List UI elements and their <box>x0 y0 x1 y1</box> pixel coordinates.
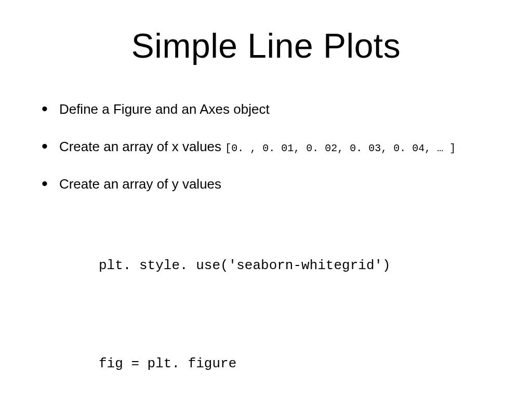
code-line: fig = plt. figure <box>99 355 391 373</box>
list-item: • Create an array of y values <box>42 174 511 193</box>
slide: Simple Line Plots • Define a Figure and … <box>0 0 532 399</box>
bullet-icon: • <box>42 175 48 192</box>
slide-title: Simple Line Plots <box>0 26 532 65</box>
list-item: • Create an array of x values [0. , 0. 0… <box>42 136 511 156</box>
list-item: • Define a Figure and an Axes object <box>42 99 511 118</box>
code-line: plt. style. use('seaborn-whitegrid') <box>99 257 391 274</box>
bullet-label: Define a Figure and an Axes object <box>59 101 270 117</box>
bullet-label: Create an array of x values <box>59 139 225 154</box>
bullet-icon: • <box>42 137 48 155</box>
code-block: plt. style. use('seaborn-whitegrid') fig… <box>99 223 391 399</box>
bullet-text: Define a Figure and an Axes object <box>59 101 270 118</box>
code-blank-line <box>99 308 391 322</box>
bullet-inline-code: [0. , 0. 01, 0. 02, 0. 03, 0. 04, … ] <box>225 142 456 154</box>
bullet-text: Create an array of x values [0. , 0. 01,… <box>59 138 456 156</box>
bullet-list: • Define a Figure and an Axes object • C… <box>42 99 511 210</box>
bullet-icon: • <box>42 100 48 117</box>
bullet-label: Create an array of y values <box>59 176 221 192</box>
bullet-text: Create an array of y values <box>59 176 221 193</box>
